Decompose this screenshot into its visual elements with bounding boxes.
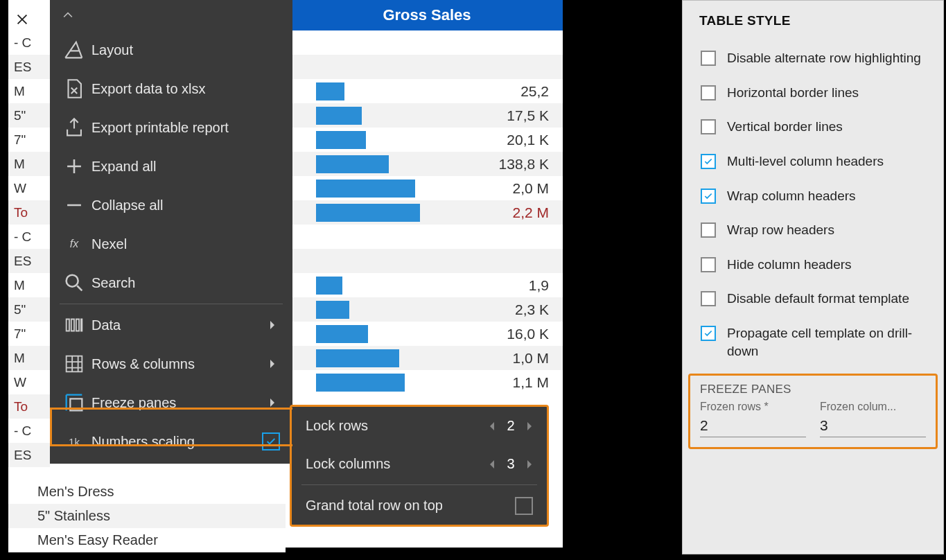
table-row[interactable]: 7" [8,128,50,152]
data-bar [316,277,342,295]
menu-collapse-button[interactable] [50,0,292,30]
table-row[interactable]: M [8,273,50,297]
data-icon [62,313,86,337]
menu-item-collapse-all[interactable]: Collapse all [50,186,292,225]
table-row[interactable]: 20,1 K [291,128,563,152]
table-row[interactable]: ES [8,249,50,273]
context-menu: Layout Export data to xlsx Export printa… [50,0,292,464]
table-row[interactable]: ES [8,55,50,79]
numbers-scaling-checkbox[interactable] [262,432,280,450]
option-disable_alt[interactable]: Disable alternate row highlighting [698,41,932,76]
table-row[interactable]: - C [8,419,50,443]
submenu-grand-total[interactable]: Grand total row on top [292,487,547,525]
table-row[interactable]: - C [8,225,50,249]
frozen-rows-input[interactable]: 2 [700,414,806,437]
table-row[interactable]: M [8,346,50,370]
frozen-rows-field[interactable]: Frozen rows * 2 [700,401,806,437]
table-row[interactable]: 25,2 [291,79,563,103]
option-label: Horizontal border lines [727,84,929,102]
option-disable_fmt[interactable]: Disable default format template [698,281,932,316]
option-h_border[interactable]: Horizontal border lines [698,76,932,110]
submenu-lock-columns: Lock columns 3 [292,445,547,483]
menu-item-export-printable[interactable]: Export printable report [50,108,292,147]
option-propagate[interactable]: Propagate cell template on drill-down [698,316,932,368]
menu-item-data[interactable]: Data [50,306,292,344]
checkbox[interactable] [701,189,716,204]
table-row[interactable]: 7" [8,322,50,346]
menu-item-freeze-panes[interactable]: Freeze panes [50,383,292,422]
table-row[interactable]: M [8,79,50,103]
menu-item-label: Collapse all [86,198,280,213]
checkbox[interactable] [701,51,716,66]
menu-item-expand-all[interactable]: Expand all [50,147,292,186]
checkbox[interactable] [701,154,716,169]
column-header-gross-sales[interactable]: Gross Sales [291,0,563,30]
table-row[interactable] [291,30,563,55]
close-button[interactable] [8,6,36,33]
table-row[interactable]: To [8,200,50,225]
table-row[interactable] [291,249,563,273]
table-row[interactable] [291,55,563,79]
menu-item-label: Numbers scaling [86,434,262,450]
close-icon [15,12,30,27]
data-bar [316,180,415,198]
cell-value: 1,9 [342,277,563,294]
table-row[interactable]: W [8,370,50,394]
panel-title: TABLE STYLE [683,1,943,37]
option-multi_header[interactable]: Multi-level column headers [698,144,932,179]
stepper-decrease[interactable] [489,421,496,431]
table-row[interactable]: W [8,176,50,200]
table-row[interactable]: ES [8,443,50,467]
table-row[interactable]: M [8,152,50,176]
checkbox[interactable] [701,119,716,134]
checkbox[interactable] [701,85,716,100]
frozen-columns-input[interactable]: 3 [820,414,926,437]
stepper-increase[interactable] [526,460,533,469]
lock-rows-stepper: 2 [489,418,533,434]
chevron-up-icon [61,8,75,22]
menu-item-export-xlsx[interactable]: Export data to xlsx [50,69,292,108]
menu-item-nexel[interactable]: fx Nexel [50,225,292,263]
stepper-decrease[interactable] [489,460,496,469]
table-row[interactable]: - C [8,30,50,55]
cell-value: 138,8 K [389,156,563,173]
data-bar [316,131,366,149]
table-row[interactable]: 16,0 K [291,322,563,346]
table-row[interactable] [291,225,563,249]
menu-item-layout[interactable]: Layout [50,30,292,69]
option-wrap_col[interactable]: Wrap column headers [698,179,932,213]
table-row[interactable]: 1,1 M [291,370,563,394]
menu-item-search[interactable]: Search [50,263,292,302]
table-row[interactable]: 5" [8,103,50,128]
table-row[interactable]: Men's Easy Reader [8,528,286,552]
menu-item-numbers-scaling[interactable]: 1k Numbers scaling [50,422,292,461]
checkbox[interactable] [701,222,716,238]
table-row[interactable]: To [8,394,50,419]
frozen-columns-field[interactable]: Frozen colum... 3 [820,401,926,437]
chevron-right-icon [269,359,280,369]
option-v_border[interactable]: Vertical border lines [698,110,932,144]
cell-value: 2,3 K [349,301,563,318]
table-row[interactable]: 2,0 M [291,176,563,200]
table-row[interactable]: 1,0 M [291,346,563,370]
cell-value: 17,5 K [362,107,563,124]
table-row[interactable]: 1,9 [291,273,563,297]
frozen-columns-label: Frozen colum... [820,401,926,413]
table-row[interactable]: 5" [8,297,50,322]
lock-rows-value: 2 [505,418,516,434]
option-hide_col[interactable]: Hide column headers [698,247,932,282]
option-wrap_row[interactable]: Wrap row headers [698,213,932,247]
table-row[interactable]: 17,5 K [291,103,563,128]
grand-total-checkbox[interactable] [515,497,533,515]
table-row[interactable]: 2,2 M [291,200,563,225]
menu-item-rows-columns[interactable]: Rows & columns [50,344,292,383]
checkbox[interactable] [701,326,716,341]
checkbox[interactable] [701,291,716,306]
table-row[interactable]: 2,3 K [291,297,563,322]
checkbox[interactable] [701,257,716,272]
table-row[interactable]: 5" Stainless [8,504,286,528]
table-row[interactable]: Men's Dress [8,480,286,504]
stepper-increase[interactable] [526,421,533,431]
table-row[interactable]: 138,8 K [291,152,563,176]
svg-rect-1 [67,356,82,372]
